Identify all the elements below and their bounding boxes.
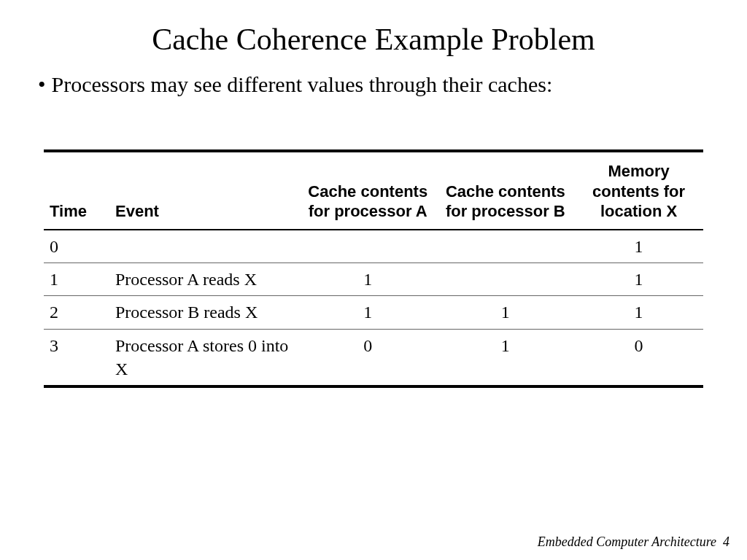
cell-time: 0 [44, 230, 109, 263]
table-container: Time Event Cache contents for processor … [29, 149, 718, 388]
cell-a: 1 [299, 296, 436, 329]
cell-time: 2 [44, 296, 109, 329]
col-header-x: Memory contents for location X [574, 151, 703, 230]
cell-a: 0 [299, 329, 436, 386]
table-body: 0 1 1 Processor A reads X 1 1 2 Processo… [44, 230, 703, 387]
table-row: 2 Processor B reads X 1 1 1 [44, 296, 703, 329]
footer-text: Embedded Computer Architecture [538, 534, 716, 549]
col-header-time: Time [44, 151, 109, 230]
table-row: 3 Processor A stores 0 into X 0 1 0 [44, 329, 703, 386]
cell-x: 0 [574, 329, 703, 386]
cell-event: Processor A reads X [109, 262, 299, 295]
cell-b [436, 230, 574, 263]
table-row: 1 Processor A reads X 1 1 [44, 262, 703, 295]
table-row: 0 1 [44, 230, 703, 263]
cell-b: 1 [436, 329, 574, 386]
cell-x: 1 [574, 230, 703, 263]
page-title: Cache Coherence Example Problem [29, 22, 718, 57]
cell-event [109, 230, 299, 263]
cell-b: 1 [436, 296, 574, 329]
col-header-b: Cache contents for processor B [436, 151, 574, 230]
cell-event: Processor B reads X [109, 296, 299, 329]
cell-x: 1 [574, 296, 703, 329]
table-header-row: Time Event Cache contents for processor … [44, 151, 703, 230]
cell-a [299, 230, 436, 263]
footer-page: 4 [723, 534, 729, 549]
bullet-dot-icon: • [38, 70, 46, 98]
cell-b [436, 262, 574, 295]
cell-a: 1 [299, 262, 436, 295]
bullet-text: Processors may see different values thro… [52, 70, 718, 98]
footer: Embedded Computer Architecture 4 [538, 534, 729, 550]
bullet-item: • Processors may see different values th… [29, 70, 718, 98]
cell-time: 1 [44, 262, 109, 295]
cell-x: 1 [574, 262, 703, 295]
col-header-event: Event [109, 151, 299, 230]
cell-time: 3 [44, 329, 109, 386]
col-header-a: Cache contents for processor A [299, 151, 436, 230]
coherence-table: Time Event Cache contents for processor … [44, 149, 703, 388]
cell-event: Processor A stores 0 into X [109, 329, 299, 386]
